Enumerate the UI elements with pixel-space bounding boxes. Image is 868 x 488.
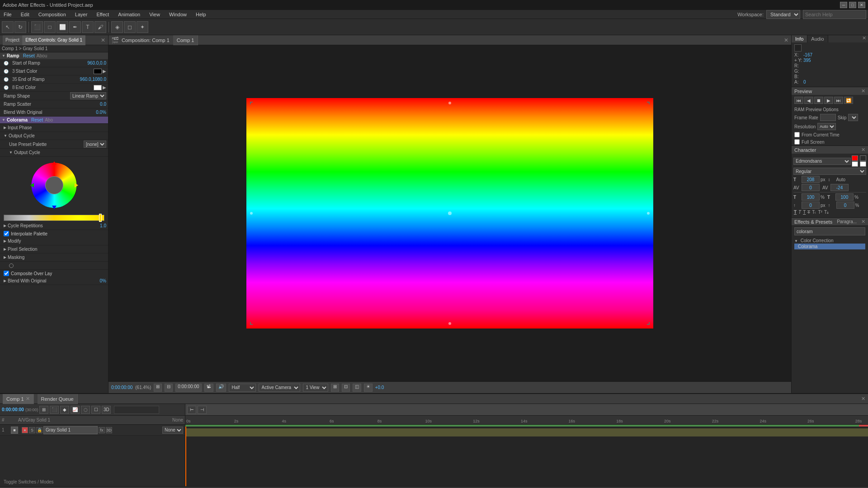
cycle-color-bar[interactable] <box>4 215 104 221</box>
char-smallcaps-btn[interactable]: Tₜ <box>812 210 816 215</box>
layer-name-display[interactable]: Gray Solid 1 <box>43 426 98 434</box>
tl-frame-blending-btn[interactable]: ☐ <box>91 406 100 414</box>
effects-search-input[interactable] <box>794 227 865 235</box>
menu-composition[interactable]: Composition <box>37 12 68 17</box>
puppet-tool[interactable]: ✦ <box>137 21 148 33</box>
transparency-btn[interactable]: ◫ <box>353 384 361 392</box>
color-wheel-wrapper[interactable] <box>29 160 79 210</box>
char-fg-color[interactable] <box>852 155 858 161</box>
char-italic-btn[interactable]: T <box>798 210 801 215</box>
clone-tool[interactable]: ◈ <box>111 21 123 33</box>
effects-item-colorama[interactable]: Colorama <box>794 244 865 249</box>
prev-stop-btn[interactable]: ⏹ <box>814 97 823 104</box>
layer-lock-btn[interactable]: 🔒 <box>36 427 42 433</box>
start-color-stopwatch-icon[interactable]: 🕐 <box>4 69 11 74</box>
char-alt-bg-color[interactable] <box>860 161 866 167</box>
char-alt-fg-color[interactable] <box>860 155 866 161</box>
start-of-ramp-value[interactable]: 960.0,0.0 <box>87 61 106 66</box>
comp-tab[interactable]: Comp 1 <box>173 35 198 45</box>
playback-resolution-btn[interactable]: ⊟ <box>165 384 173 392</box>
modify-expand[interactable]: ▶ <box>4 239 6 243</box>
brush-tool[interactable]: 🖌 <box>94 21 106 33</box>
tab-effect-controls[interactable]: Effect Controls: Gray Solid 1 <box>23 35 85 45</box>
menu-help[interactable]: Help <box>194 12 208 17</box>
char-subscript-btn[interactable]: T₂ <box>824 210 829 215</box>
end-of-ramp-value[interactable]: 960.0,1080.0 <box>80 77 106 82</box>
view-select[interactable]: 1 View <box>303 384 328 392</box>
char-tsumy-input[interactable] <box>836 202 854 209</box>
menu-window[interactable]: Window <box>167 12 189 17</box>
skip-select[interactable] <box>848 114 858 121</box>
char-tracking-input[interactable] <box>802 184 820 191</box>
output-cycle-sub-expand[interactable]: ▼ <box>9 150 13 155</box>
use-preset-select[interactable]: [none] <box>84 141 106 148</box>
effects-category-color[interactable]: ▼ Color Correction <box>794 238 865 244</box>
ramp-header[interactable]: ▼ Ramp Reset Abou <box>0 52 108 59</box>
frame-rate-input[interactable]: 30 <box>820 114 836 121</box>
tl-composition-btn[interactable]: ⊞ <box>39 406 48 414</box>
maximize-button[interactable]: □ <box>849 2 856 8</box>
end-color-swatch[interactable] <box>94 85 102 90</box>
tl-3d-btn[interactable]: 3D <box>102 406 111 414</box>
colorama-expand-icon[interactable]: ▼ <box>2 118 5 122</box>
prev-play-btn[interactable]: ▶ <box>824 97 833 104</box>
timeline-panel-close[interactable]: ✕ <box>861 396 865 402</box>
tl-add-marker-btn[interactable]: ◆ <box>60 406 69 414</box>
menu-view[interactable]: View <box>147 12 162 17</box>
menu-file[interactable]: File <box>2 12 14 17</box>
effects-cat-expand[interactable]: ▼ <box>794 239 798 243</box>
char-underline-btn[interactable]: T <box>803 210 806 215</box>
ramp-scatter-value[interactable]: 0.0 <box>100 102 106 107</box>
start-color-swatch[interactable] <box>94 69 102 74</box>
rotation-tool[interactable]: ↻ <box>14 21 26 33</box>
tl-search-input[interactable] <box>114 406 159 414</box>
cycle-repetitions-value[interactable]: 1.0 <box>100 223 106 228</box>
text-tool[interactable]: T <box>82 21 94 33</box>
menu-animation[interactable]: Animation <box>116 12 142 17</box>
end-color-arrow[interactable]: ▶ <box>103 85 106 90</box>
layer-solo-btn[interactable]: S <box>29 427 35 433</box>
tl-motion-blur-btn[interactable]: ◌ <box>81 406 90 414</box>
mask-tool[interactable]: ⬜ <box>57 21 68 33</box>
ramp-about-btn[interactable]: Abou <box>37 53 47 58</box>
tab-info[interactable]: Info <box>792 35 807 42</box>
timeline-tab-comp1[interactable]: Comp 1 ✕ <box>3 394 34 404</box>
char-superscript-btn[interactable]: T² <box>818 210 822 215</box>
interpolate-palette-checkbox[interactable] <box>4 231 9 236</box>
panel-close-icon[interactable]: ✕ <box>101 37 105 43</box>
char-vscale-input[interactable] <box>835 193 854 201</box>
resolution-select[interactable]: Auto <box>817 123 836 130</box>
preview-panel-close[interactable]: ✕ <box>861 88 865 94</box>
viewer-time[interactable]: 0:00:00:00 <box>111 385 132 390</box>
workspace-select[interactable]: Standard <box>766 10 800 19</box>
char-bg-color[interactable] <box>852 161 858 167</box>
colorama-header[interactable]: ▼ Colorama Reset Abo <box>0 117 108 124</box>
colorama-reset-btn[interactable]: Reset <box>31 117 43 122</box>
output-cycle-expand[interactable]: ▼ <box>4 134 7 138</box>
prev-play-reverse-btn[interactable]: ◀ <box>804 97 813 104</box>
from-current-checkbox[interactable] <box>794 132 800 137</box>
ramp-blend-value[interactable]: 0.0% <box>96 110 106 115</box>
camera-select[interactable]: Active Camera <box>259 384 300 392</box>
ramp-reset-btn[interactable]: Reset <box>23 53 35 58</box>
prev-first-frame-btn[interactable]: ⏮ <box>794 97 803 104</box>
char-hscale-input[interactable] <box>802 193 820 201</box>
char-kerning-input[interactable] <box>830 184 849 191</box>
char-panel-close[interactable]: ✕ <box>861 147 865 153</box>
effects-close[interactable]: ✕ <box>861 219 865 225</box>
colorama-blend-value[interactable]: 0% <box>100 278 106 283</box>
tl-render-queue-btn[interactable]: ⬛ <box>50 406 59 414</box>
exposure-btn[interactable]: ☀ <box>364 384 373 392</box>
colorama-about-btn[interactable]: Abo <box>45 117 53 122</box>
close-button[interactable]: ✕ <box>858 2 865 8</box>
eraser-tool[interactable]: ◻ <box>124 21 136 33</box>
window-controls[interactable]: ─ □ ✕ <box>840 2 865 8</box>
timeline-tab-render[interactable]: Render Queue <box>38 394 78 404</box>
cycle-rep-expand[interactable]: ▶ <box>4 224 6 228</box>
char-baseline-input[interactable] <box>802 202 820 209</box>
frame-blending-btn[interactable]: 0:00:00:00 <box>175 384 201 392</box>
menu-effect[interactable]: Effect <box>94 12 111 17</box>
tl-work-area-start-btn[interactable]: ⊢ <box>187 406 196 414</box>
snap-btn[interactable]: ⊞ <box>154 384 162 392</box>
full-screen-checkbox[interactable] <box>794 139 800 145</box>
